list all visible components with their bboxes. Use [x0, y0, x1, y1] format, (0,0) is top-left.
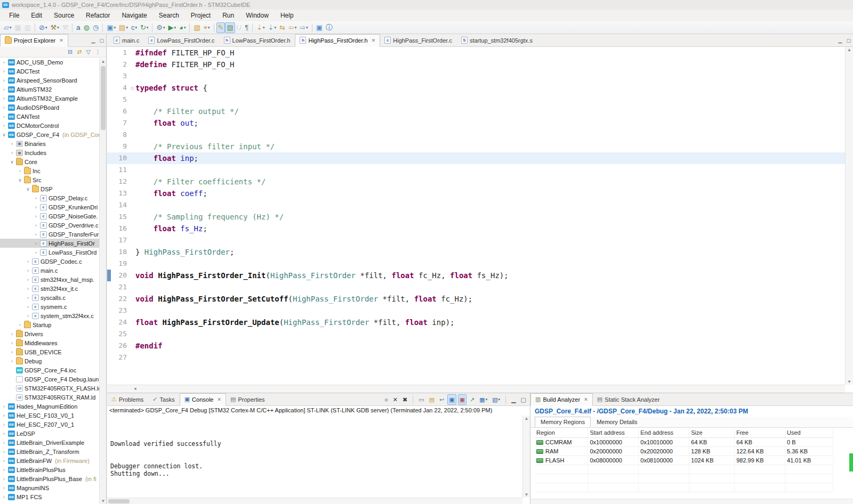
info-icon[interactable]: ⓘ — [324, 22, 334, 33]
column-header-free[interactable]: Free — [735, 428, 785, 437]
expanded-arrow-icon[interactable]: ∨ — [18, 177, 22, 183]
scrollbar-thumb[interactable] — [101, 66, 106, 130]
collapsed-arrow-icon[interactable]: › — [10, 331, 14, 337]
dropdown-arrow-icon[interactable]: ▾ — [45, 26, 47, 30]
tree-item-stm32f4xx-hal-msp[interactable]: ›cstm32f4xx_hal_msp. — [0, 275, 106, 284]
dropdown-arrow-icon[interactable]: ▾ — [208, 26, 210, 30]
remove-all-launches-icon[interactable]: ✖ — [401, 394, 409, 405]
memory-region-row-ram[interactable]: RAM0x200000000x20020000128 KB122.64 KB5.… — [535, 446, 833, 456]
collapsed-arrow-icon[interactable]: › — [10, 349, 14, 355]
word-completion-icon[interactable]: ⇣▾ — [255, 22, 266, 33]
menu-navigate[interactable]: Navigate — [117, 11, 151, 20]
word-wrap-icon[interactable]: ↩ — [438, 394, 446, 405]
menu-file[interactable]: File — [4, 11, 24, 20]
view-menu-icon[interactable]: ⋮ — [95, 48, 101, 55]
column-header-start-address[interactable]: Start address — [588, 428, 639, 437]
collapsed-arrow-icon[interactable]: › — [34, 250, 38, 255]
tree-item-gdsp-codec-c[interactable]: ›cGDSP_Codec.c — [0, 257, 106, 266]
collapsed-arrow-icon[interactable]: › — [34, 232, 38, 237]
tree-item-littlebrainplusplus-base[interactable]: ›IDELittleBrainPlusPlus_Base(in fi — [0, 474, 106, 483]
collapsed-arrow-icon[interactable]: › — [18, 168, 22, 174]
minimize-icon[interactable]: ▁ — [836, 38, 844, 43]
open-project-icon[interactable]: ▤▾ — [117, 22, 130, 33]
collapsed-arrow-icon[interactable]: › — [2, 123, 6, 128]
tree-item-stm32f405rgtx-ram-ld[interactable]: LDSTM32F405RGTX_RAM.ld — [0, 393, 106, 402]
dropdown-arrow-icon[interactable]: ▾ — [498, 397, 501, 402]
collapsed-arrow-icon[interactable]: › — [34, 196, 38, 201]
minimize-icon[interactable]: ▁ — [90, 38, 98, 43]
tree-item-hel-esc-f207-v0-1[interactable]: ›IDEHel_ESC_F207_V0_1 — [0, 420, 106, 429]
collapsed-arrow-icon[interactable]: › — [10, 141, 14, 147]
console-vertical-scrollbar[interactable]: ▲ ▼ — [522, 416, 530, 498]
editor-tab-highpass-firstorder-h[interactable]: hHighPass_FirstOrder.h✕ — [295, 34, 380, 47]
column-header-end-address[interactable]: End address — [639, 428, 689, 437]
history-icon[interactable]: ◷ — [91, 22, 100, 33]
menu-refactor[interactable]: Refactor — [81, 11, 115, 20]
collapsed-arrow-icon[interactable]: › — [26, 259, 30, 264]
device-config-icon[interactable]: ◍ — [82, 22, 91, 33]
collapsed-arrow-icon[interactable]: › — [2, 467, 6, 473]
collapsed-arrow-icon[interactable]: › — [2, 413, 6, 418]
memory-region-row-ccmram[interactable]: CCMRAM0x100000000x1001000064 KB64 KB0 B — [535, 437, 833, 446]
tree-item-gdsp-core-f4-debug-laun[interactable]: GDSP_Core_F4 Debug.laun — [0, 375, 106, 384]
collapsed-arrow-icon[interactable]: › — [26, 295, 30, 300]
editor-tab-main-c[interactable]: cmain.c — [109, 34, 144, 47]
remove-launch-icon[interactable]: ✕ — [391, 394, 399, 405]
expanded-arrow-icon[interactable]: ∨ — [2, 132, 6, 137]
tree-item-altiumstm32-example[interactable]: ›IDEAltiumSTM32_Example — [0, 94, 106, 103]
tree-item-inc[interactable]: ›Inc — [0, 166, 106, 175]
dropdown-arrow-icon[interactable]: ▾ — [274, 26, 276, 30]
collapsed-arrow-icon[interactable]: › — [10, 340, 14, 346]
build-icon[interactable]: ⚒▾ — [49, 22, 61, 33]
scroll-down-icon[interactable]: ▼ — [846, 379, 853, 384]
scroll-up-icon[interactable]: ▲ — [846, 47, 853, 52]
tree-item-system-stm32f4xx-c[interactable]: ›csystem_stm32f4xx.c — [0, 311, 106, 320]
scroll-up-icon[interactable]: ▲ — [523, 416, 530, 421]
save-all-icon[interactable]: ▥ — [23, 22, 33, 33]
scrollbar-thumb[interactable] — [108, 499, 130, 503]
subtab-memory-details[interactable]: Memory Details — [591, 417, 643, 427]
tree-item-adctest[interactable]: ›IDEADCTest — [0, 67, 106, 76]
show-stdout-icon[interactable]: ▣ — [447, 394, 456, 405]
console-tab-properties[interactable]: ▤Properties — [226, 393, 270, 406]
tree-item-src[interactable]: ∨Src — [0, 175, 106, 184]
settings-icon[interactable]: ⚙▾ — [155, 22, 166, 33]
tab-project-explorer[interactable]: Project Explorer ✕ — [0, 34, 68, 47]
menu-edit[interactable]: Edit — [26, 11, 47, 20]
tree-item-airspeed-sensorboard[interactable]: ›IDEAirspeed_SensorBoard — [0, 76, 106, 85]
collapsed-arrow-icon[interactable]: › — [2, 485, 6, 491]
collapse-all-icon[interactable]: ⊟ — [68, 48, 73, 55]
explorer-scrollbar[interactable]: ▲ ▼ — [99, 59, 106, 504]
collapsed-arrow-icon[interactable]: › — [2, 69, 6, 74]
tree-item-mp1-fcs[interactable]: ›IDEMP1 FCS — [0, 492, 106, 501]
dropdown-arrow-icon[interactable]: ▾ — [114, 26, 116, 30]
collapsed-arrow-icon[interactable]: › — [2, 476, 6, 482]
dropdown-arrow-icon[interactable]: ▾ — [135, 26, 137, 30]
tree-item-littlebrainfw[interactable]: ›IDELittleBrainFW(in Firmware) — [0, 456, 106, 465]
maximize-icon[interactable]: ▢ — [844, 38, 853, 43]
collapsed-arrow-icon[interactable]: › — [26, 304, 30, 310]
dropdown-arrow-icon[interactable]: ▾ — [184, 26, 186, 30]
mark-occurrences-icon[interactable]: ✎ — [216, 22, 226, 33]
tree-item-stm32f4xx-it-c[interactable]: ›cstm32f4xx_it.c — [0, 284, 106, 293]
memory-region-row-flash[interactable]: FLASH0x080000000x081000001024 KB982.99 K… — [535, 456, 833, 465]
search-icon[interactable]: ⌖▾ — [202, 22, 212, 33]
subtab-memory-regions[interactable]: Memory Regions — [535, 417, 591, 427]
editor-tab-startup-stm32f405rgtx-s[interactable]: Sstartup_stm32f405rgtx.s — [457, 34, 537, 47]
expanded-arrow-icon[interactable]: ∨ — [26, 186, 30, 192]
show-stderr-icon[interactable]: ▣ — [458, 394, 466, 405]
scroll-down-icon[interactable]: ▼ — [523, 492, 530, 497]
close-icon[interactable]: ✕ — [584, 397, 588, 402]
dropdown-arrow-icon[interactable]: ▾ — [147, 26, 149, 30]
block-selection-icon[interactable]: U — [235, 22, 243, 33]
collapsed-arrow-icon[interactable]: › — [34, 205, 38, 210]
close-icon[interactable]: ✕ — [372, 38, 376, 43]
tree-item-gdsp-delay-c[interactable]: ›cGDSP_Delay.c — [0, 193, 106, 202]
minimize-icon[interactable]: ▁ — [510, 394, 517, 405]
collapsed-arrow-icon[interactable]: › — [2, 114, 6, 119]
run-icon[interactable]: ▶▾ — [167, 22, 178, 33]
maximize-icon[interactable]: ▢ — [519, 394, 528, 405]
tree-item-core[interactable]: ∨Core — [0, 157, 106, 166]
analyzer-tab-build-analyzer[interactable]: ▥Build Analyzer✕ — [530, 393, 593, 406]
tree-item-debug[interactable]: ›Debug — [0, 356, 106, 365]
